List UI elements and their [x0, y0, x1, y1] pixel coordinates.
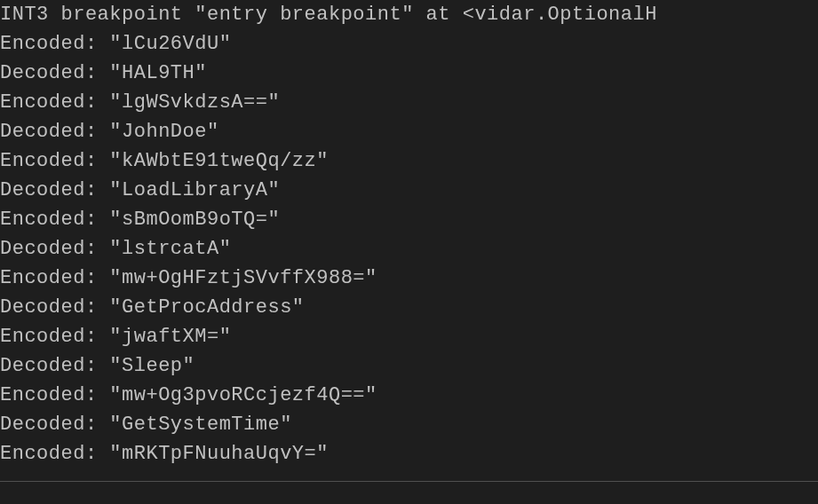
output-line: Decoded: "LoadLibraryA" [0, 176, 818, 205]
output-label: Encoded: [0, 384, 98, 406]
output-label: Decoded: [0, 238, 98, 260]
breakpoint-line: INT3 breakpoint "entry breakpoint" at <v… [0, 0, 818, 29]
output-line: Encoded: "mw+OgHFztjSVvffX988=" [0, 264, 818, 293]
output-value: "GetSystemTime" [109, 413, 292, 436]
output-line: Decoded: "HAL9TH" [0, 59, 818, 88]
output-label: Encoded: [0, 267, 98, 289]
output-value: "sBmOomB9oTQ=" [109, 209, 280, 231]
output-value: "GetProcAddress" [109, 296, 304, 319]
output-label: Encoded: [0, 91, 98, 114]
output-value: "JohnDoe" [109, 121, 218, 143]
output-label: Encoded: [0, 209, 98, 231]
output-line: Decoded: "lstrcatA" [0, 234, 818, 264]
output-line: Encoded: "jwaftXM=" [0, 322, 818, 351]
output-label: Encoded: [0, 326, 98, 348]
output-value: "HAL9TH" [109, 62, 207, 84]
output-line: Encoded: "kAWbtE91tweQq/zz" [0, 146, 818, 176]
output-line: Encoded: "lCu26VdU" [0, 29, 818, 59]
debugger-output: INT3 breakpoint "entry breakpoint" at <v… [0, 0, 818, 469]
output-line: Decoded: "GetSystemTime" [0, 410, 818, 439]
output-value: "lCu26VdU" [109, 33, 231, 55]
output-line: Decoded: "JohnDoe" [0, 117, 818, 146]
output-label: Decoded: [0, 179, 98, 201]
output-line: Encoded: "lgWSvkdzsA==" [0, 88, 818, 117]
output-label: Decoded: [0, 413, 98, 436]
output-label: Decoded: [0, 355, 98, 377]
output-value: "lgWSvkdzsA==" [109, 91, 280, 114]
output-line: Decoded: "Sleep" [0, 351, 818, 381]
divider [0, 481, 818, 482]
output-label: Decoded: [0, 62, 98, 84]
output-line: Encoded: "sBmOomB9oTQ=" [0, 205, 818, 234]
output-value: "mw+OgHFztjSVvffX988=" [109, 267, 377, 289]
output-value: "jwaftXM=" [109, 326, 231, 348]
output-label: Encoded: [0, 443, 98, 465]
output-label: Encoded: [0, 33, 98, 55]
output-label: Decoded: [0, 296, 98, 319]
output-line: Decoded: "GetProcAddress" [0, 293, 818, 322]
output-value: "LoadLibraryA" [109, 179, 280, 201]
output-value: "mw+Og3pvoRCcjezf4Q==" [109, 384, 377, 406]
output-label: Decoded: [0, 121, 98, 143]
output-value: "mRKTpFNuuhaUqvY=" [109, 443, 329, 465]
output-label: Encoded: [0, 150, 98, 172]
output-value: "Sleep" [109, 355, 195, 377]
output-line: Encoded: "mRKTpFNuuhaUqvY=" [0, 439, 818, 469]
output-line: Encoded: "mw+Og3pvoRCcjezf4Q==" [0, 381, 818, 410]
output-value: "kAWbtE91tweQq/zz" [109, 150, 329, 172]
output-value: "lstrcatA" [109, 238, 231, 260]
